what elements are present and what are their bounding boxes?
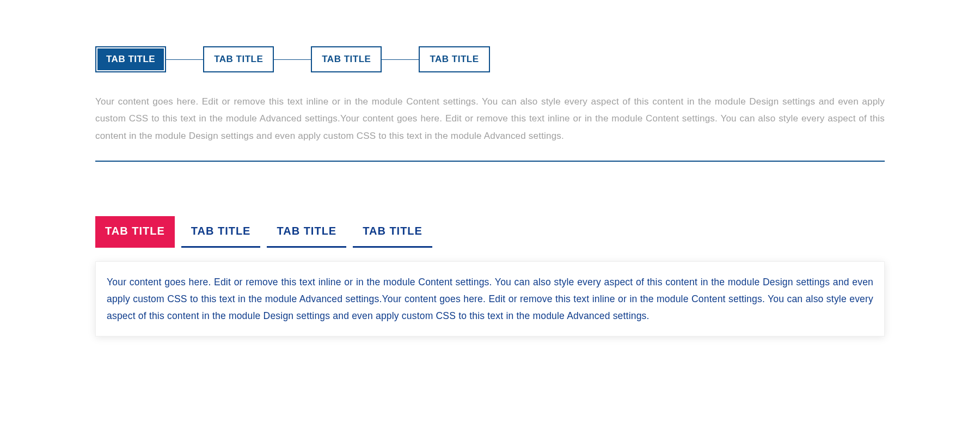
tab-boxed-2[interactable]: TAB TITLE (203, 46, 274, 72)
tab-connector-icon (166, 59, 203, 60)
tab-boxed-4[interactable]: TAB TITLE (419, 46, 489, 72)
tab-flat-3[interactable]: TAB TITLE (267, 216, 346, 248)
tab-flat-2[interactable]: TAB TITLE (181, 216, 261, 248)
tab-row-flat: TAB TITLE TAB TITLE TAB TITLE TAB TITLE (95, 216, 885, 248)
section-divider (95, 161, 885, 162)
tab-content-section1: Your content goes here. Edit or remove t… (95, 93, 885, 144)
tab-content-section2: Your content goes here. Edit or remove t… (95, 261, 885, 336)
tab-row-boxed: TAB TITLE TAB TITLE TAB TITLE TAB TITLE (95, 46, 885, 72)
tab-flat-1[interactable]: TAB TITLE (95, 216, 175, 248)
tab-connector-icon (274, 59, 311, 60)
tab-boxed-3[interactable]: TAB TITLE (311, 46, 382, 72)
tab-boxed-1[interactable]: TAB TITLE (95, 46, 166, 72)
tab-connector-icon (382, 59, 419, 60)
tab-flat-4[interactable]: TAB TITLE (353, 216, 432, 248)
